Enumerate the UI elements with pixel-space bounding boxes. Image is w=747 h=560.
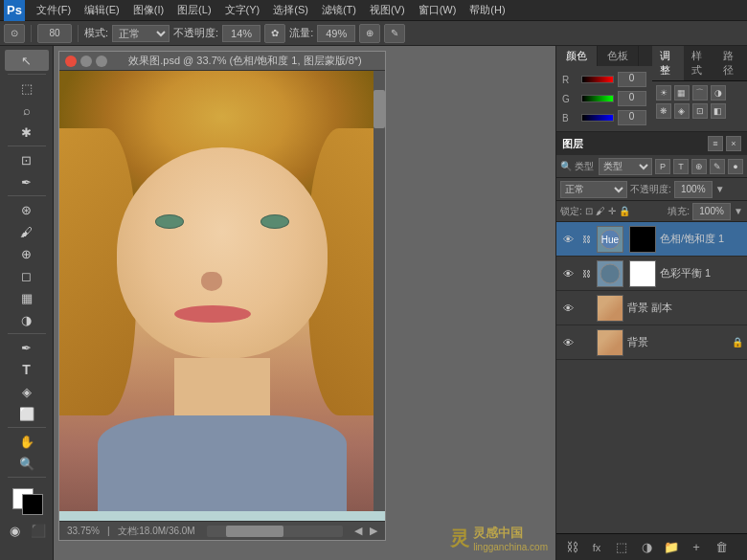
tool-pen[interactable]: ✒ <box>5 337 49 358</box>
adj-bw[interactable]: ◧ <box>711 103 726 119</box>
layer-eye-bg[interactable]: 👁 <box>560 335 576 350</box>
window-close-btn[interactable] <box>65 56 77 67</box>
layer-link-hue[interactable]: ⛓ <box>579 233 593 246</box>
hscroll-track[interactable] <box>207 526 343 537</box>
tab-swatches[interactable]: 色板 <box>598 46 639 66</box>
blend-mode-select[interactable]: 正常 <box>560 181 627 198</box>
menu-text[interactable]: 文字(Y) <box>219 1 266 19</box>
tool-gradient[interactable]: ▦ <box>5 287 49 308</box>
layers-panel-options[interactable]: ≡ <box>708 136 723 151</box>
adj-curves[interactable]: ⌒ <box>692 85 708 101</box>
tool-dodge[interactable]: ◑ <box>5 309 49 330</box>
layer-eye-hue[interactable]: 👁 <box>560 232 576 247</box>
tool-heal[interactable]: ⊛ <box>5 199 49 220</box>
layer-link-btn[interactable]: ⛓ <box>562 538 581 557</box>
layers-panel-close[interactable]: × <box>726 136 741 151</box>
g-slider[interactable] <box>581 95 614 102</box>
tab-path[interactable]: 路径 <box>715 46 747 80</box>
layer-mask-hue[interactable] <box>629 226 656 253</box>
brush-size-btn[interactable]: 80 <box>37 24 72 43</box>
layer-link-cb[interactable]: ⛓ <box>579 267 593 280</box>
window-maximize-btn[interactable] <box>96 56 107 67</box>
menu-file[interactable]: 文件(F) <box>31 1 77 19</box>
menu-edit[interactable]: 编辑(E) <box>79 1 125 19</box>
tool-path-select[interactable]: ◈ <box>5 381 49 402</box>
lock-move-icon[interactable]: ✛ <box>608 206 616 216</box>
window-minimize-btn[interactable] <box>80 56 92 67</box>
mode-select[interactable]: 正常 <box>112 25 170 42</box>
lock-all-icon[interactable]: 🔒 <box>619 206 630 216</box>
menu-select[interactable]: 选择(S) <box>267 1 314 19</box>
color-swatches[interactable] <box>9 484 45 517</box>
b-value[interactable]: 0 <box>618 110 646 125</box>
tool-eyedropper[interactable]: ✒ <box>5 171 49 192</box>
opacity-airbrush-btn[interactable]: ✿ <box>264 24 285 43</box>
filter-btn-4[interactable]: ✎ <box>710 159 725 174</box>
layer-fx-btn[interactable]: fx <box>587 538 606 557</box>
canvas-vscroll[interactable] <box>374 71 385 511</box>
tool-hand[interactable]: ✋ <box>5 431 49 452</box>
layer-link-bg[interactable] <box>579 336 593 349</box>
nav-arrow-left[interactable]: ◀ <box>354 525 362 537</box>
tool-marquee[interactable]: ⬚ <box>5 78 49 99</box>
filter-btn-2[interactable]: T <box>673 159 689 174</box>
flow-pressure-btn[interactable]: ⊕ <box>359 24 380 43</box>
fill-input[interactable] <box>692 203 731 220</box>
r-slider[interactable] <box>581 76 614 83</box>
layer-eye-cb[interactable]: 👁 <box>560 266 576 281</box>
tool-text[interactable]: T <box>5 359 49 380</box>
filter-type-select[interactable]: 类型 <box>599 158 652 175</box>
tool-move[interactable]: ↖ <box>5 50 49 71</box>
tool-shape[interactable]: ⬜ <box>5 403 49 424</box>
extra-btn[interactable]: ✎ <box>384 24 405 43</box>
layer-item-hue-saturation[interactable]: 👁 ⛓ Hue 色相/饱和度 1 <box>556 222 747 257</box>
adj-brightness[interactable]: ☀ <box>656 85 671 101</box>
tool-zoom[interactable]: 🔍 <box>5 453 49 474</box>
brush-tool-btn[interactable]: ⊙ <box>4 24 25 43</box>
menu-filter[interactable]: 滤镜(T) <box>316 1 362 19</box>
r-value[interactable]: 0 <box>618 72 646 87</box>
b-slider[interactable] <box>581 114 614 122</box>
tool-quick-select[interactable]: ✱ <box>5 122 49 143</box>
menu-layer[interactable]: 图层(L) <box>171 1 216 19</box>
layer-mask-cb[interactable] <box>629 260 656 287</box>
opacity-blend-input[interactable] <box>674 181 713 198</box>
adj-color-balance[interactable]: ⊡ <box>692 103 708 119</box>
tool-clone[interactable]: ⊕ <box>5 243 49 264</box>
layer-mask-btn[interactable]: ⬚ <box>612 538 631 557</box>
layer-item-bg-copy[interactable]: 👁 背景 副本 <box>556 291 747 325</box>
filter-btn-3[interactable]: ⊕ <box>691 159 707 174</box>
canvas-content[interactable] <box>59 71 385 521</box>
menu-view[interactable]: 视图(V) <box>364 1 411 19</box>
flow-input[interactable] <box>317 25 355 42</box>
nav-arrow-right[interactable]: ▶ <box>370 525 377 537</box>
tab-color[interactable]: 颜色 <box>556 46 598 66</box>
tool-lasso[interactable]: ⌕ <box>5 100 49 121</box>
adj-levels[interactable]: ▦ <box>674 85 690 101</box>
filter-btn-1[interactable]: P <box>655 159 670 174</box>
menu-window[interactable]: 窗口(W) <box>413 1 463 19</box>
tool-eraser[interactable]: ◻ <box>5 265 49 286</box>
layer-group-btn[interactable]: 📁 <box>662 538 681 557</box>
adj-hue[interactable]: ◈ <box>674 103 690 119</box>
tool-brush[interactable]: 🖌 <box>5 221 49 242</box>
adj-vibrance[interactable]: ❋ <box>656 103 671 119</box>
tab-style[interactable]: 样式 <box>684 46 715 80</box>
adj-exposure[interactable]: ◑ <box>711 85 726 101</box>
quick-mask-btn[interactable]: ◉ <box>5 520 26 541</box>
layer-add-btn[interactable]: + <box>687 538 706 557</box>
filter-toggle[interactable]: ● <box>728 159 743 174</box>
layer-adj-btn[interactable]: ◑ <box>637 538 656 557</box>
tab-adjustment[interactable]: 调整 <box>652 46 684 80</box>
layer-eye-bgcopy[interactable]: 👁 <box>560 301 576 316</box>
opacity-input[interactable] <box>222 25 260 42</box>
g-value[interactable]: 0 <box>618 91 646 106</box>
tool-crop[interactable]: ⊡ <box>5 149 49 170</box>
screen-mode-btn[interactable]: ⬛ <box>28 520 49 541</box>
lock-brush-icon[interactable]: 🖌 <box>596 206 605 216</box>
layer-delete-btn[interactable]: 🗑 <box>712 538 731 557</box>
menu-help[interactable]: 帮助(H) <box>464 1 510 19</box>
lock-transparent-icon[interactable]: ⊡ <box>585 206 593 216</box>
layer-link-bgcopy[interactable] <box>579 302 593 315</box>
menu-image[interactable]: 图像(I) <box>127 1 170 19</box>
